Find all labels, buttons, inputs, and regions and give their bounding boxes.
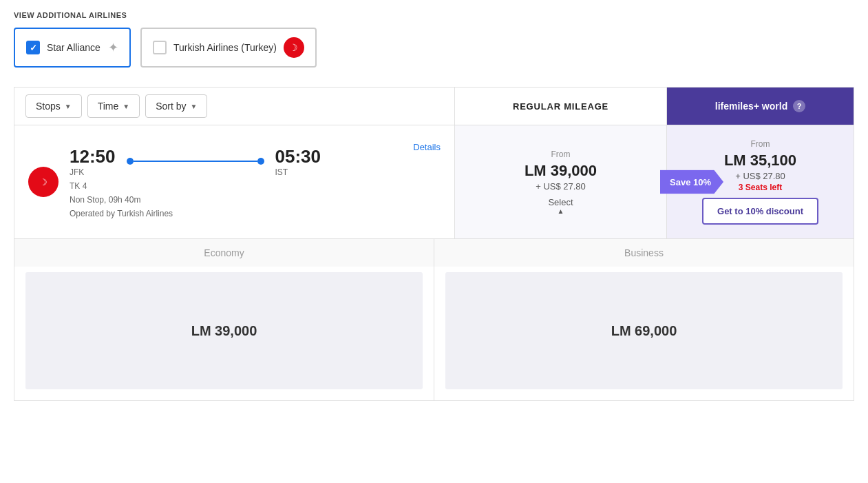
business-label: Business [624,239,664,267]
category-header-row: Economy Business [14,239,854,267]
details-link[interactable]: Details [413,139,441,152]
flight-line [134,161,257,162]
section-title: VIEW ADDITIONAL AIRLINES [14,11,854,19]
flight-info-col: ☽ 12:50 JFK 05:3 [14,125,455,238]
save-badge-text: Save 10% [670,177,711,187]
economy-label: Economy [204,239,244,267]
business-card-col: LM 69,000 [434,267,854,400]
turkish-flight-logo-icon: ☽ [39,177,47,187]
lifemiles-info-icon[interactable]: ? [793,100,805,112]
regular-price: LM 39,000 [525,162,597,180]
time-row: 12:50 JFK 05:30 IST [70,146,321,177]
flight-line-container [127,158,264,165]
regular-mileage-label: REGULAR MILEAGE [513,101,608,112]
category-section: Economy Business LM 39,000 LM 69,000 [14,239,854,400]
lifemiles-cell: Save 10% From LM 35,100 + US$ 27.80 3 Se… [667,125,854,238]
airline-filters: ✓ Star Alliance ✦ Turkish Airlines (Turk… [14,28,854,68]
arrival-time: 05:30 [275,146,321,167]
sort-label: Sort by [156,101,186,112]
lifemiles-header: lifemiles+ world ? [667,88,854,125]
seats-left: 3 Seats left [739,183,782,192]
info-symbol: ? [797,102,802,110]
sort-caret-icon: ▼ [191,103,198,110]
results-section: Stops ▼ Time ▼ Sort by ▼ REGULAR MILEAGE… [14,87,854,401]
turkish-airlines-logo: ☽ [284,37,304,58]
regular-from-label: From [551,150,571,159]
economy-header: Economy [14,239,434,267]
stops-label: Stops [36,101,61,112]
time-filter-button[interactable]: Time ▼ [87,94,140,118]
airline-card-star-alliance[interactable]: ✓ Star Alliance ✦ [14,28,131,68]
select-arrow-icon: ▲ [558,207,564,215]
regular-mileage-cell: From LM 39,000 + US$ 27.80 Select ▲ [455,125,667,238]
business-header: Business [434,239,854,267]
economy-price: LM 39,000 [191,323,257,339]
turkish-logo-icon: ☽ [289,42,298,53]
time-caret-icon: ▼ [123,103,129,110]
check-icon: ✓ [30,43,37,53]
economy-card-col: LM 39,000 [14,267,434,400]
arrival-airport: IST [275,167,321,177]
turkish-label: Turkish Airlines (Turkey) [173,42,277,53]
turkish-flight-logo: ☽ [28,167,59,197]
flight-duration: Non Stop, 09h 40m [70,195,321,205]
regular-mileage-header: REGULAR MILEAGE [455,88,667,125]
page-wrapper: VIEW ADDITIONAL AIRLINES ✓ Star Alliance… [0,0,868,483]
flight-dot-right [257,158,264,165]
save-badge: Save 10% [660,170,723,194]
discount-button[interactable]: Get to 10% discount [702,198,818,225]
results-header-row: Stops ▼ Time ▼ Sort by ▼ REGULAR MILEAGE… [14,88,854,125]
lifemiles-from-label: From [751,139,770,149]
lifemiles-price: LM 35,100 [724,152,796,169]
departure-time: 12:50 [70,146,116,167]
business-price: LM 69,000 [611,323,677,339]
economy-price-card[interactable]: LM 39,000 [25,272,423,389]
departure-airport: JFK [70,167,116,177]
category-cards-row: LM 39,000 LM 69,000 [14,267,854,400]
flight-number: TK 4 [70,181,321,191]
business-price-card[interactable]: LM 69,000 [445,272,843,389]
select-button[interactable]: Select ▲ [548,197,573,215]
sort-filter-button[interactable]: Sort by ▼ [145,94,207,118]
select-label: Select [548,197,573,207]
filter-col: Stops ▼ Time ▼ Sort by ▼ [14,88,455,125]
flight-row: ☽ 12:50 JFK 05:3 [14,125,854,239]
turkish-checkbox[interactable] [153,41,167,54]
regular-usd: + US$ 27.80 [536,181,586,192]
time-label: Time [98,101,119,112]
flight-times: 12:50 JFK 05:30 IST TK 4 [70,146,321,218]
lifemiles-usd: + US$ 27.80 [735,171,785,181]
star-alliance-logo-icon: ✦ [108,40,118,55]
airline-card-turkish[interactable]: Turkish Airlines (Turkey) ☽ [140,28,317,68]
stops-caret-icon: ▼ [65,103,72,110]
lifemiles-label: lifemiles+ world [715,101,787,112]
operated-by: Operated by Turkish Airlines [70,209,321,218]
flight-dot-left [127,158,134,165]
star-alliance-checkbox[interactable]: ✓ [26,41,40,54]
star-alliance-label: Star Alliance [47,42,100,53]
stops-filter-button[interactable]: Stops ▼ [25,94,82,118]
departure-block: 12:50 JFK [70,146,116,177]
arrival-block: 05:30 IST [275,146,321,177]
